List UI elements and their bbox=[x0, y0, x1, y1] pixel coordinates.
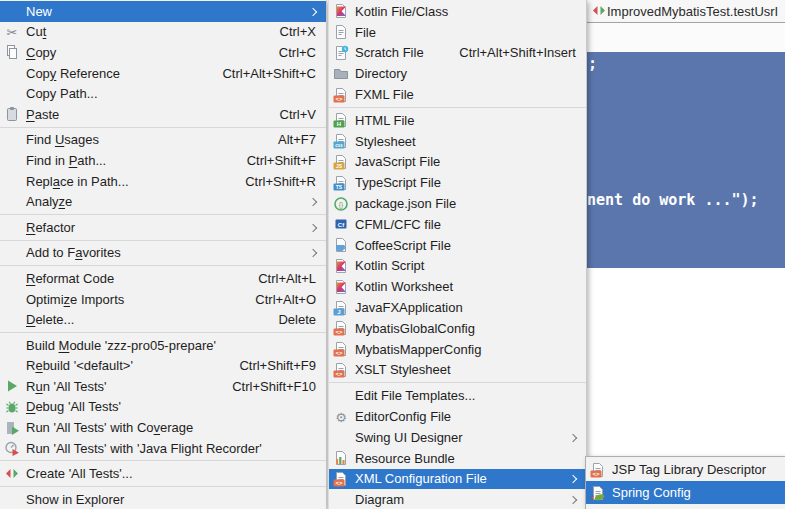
menu-item-xslt-stylesheet[interactable]: <>XSLT Stylesheet bbox=[329, 360, 586, 381]
menu-item-shortcut: Ctrl+Shift+F9 bbox=[239, 358, 316, 373]
menu-item-scratch-file[interactable]: Scratch FileCtrl+Alt+Shift+Insert bbox=[329, 43, 586, 64]
menu-item-label: JavaScript File bbox=[355, 154, 440, 169]
menu-item-copy[interactable]: CopyCtrl+C bbox=[0, 42, 326, 63]
icon-spacer bbox=[333, 492, 349, 508]
menu-item-javafxapplication[interactable]: JJavaFXApplication bbox=[329, 297, 586, 318]
menu-item-copy-reference[interactable]: Copy ReferenceCtrl+Alt+Shift+C bbox=[0, 63, 326, 84]
menu-item-shortcut: Ctrl+V bbox=[280, 107, 316, 122]
menu-separator bbox=[0, 127, 326, 128]
menu-item-label: Show in Explorer bbox=[26, 492, 124, 507]
xml-file-icon: <> bbox=[333, 471, 349, 487]
menu-item-coffeescript-file[interactable]: CoffeeScript File bbox=[329, 235, 586, 256]
menu-item-label: Swing UI Designer bbox=[355, 430, 463, 445]
coffeescript-file-icon bbox=[333, 237, 349, 253]
menu-item-resource-bundle[interactable]: Resource Bundle bbox=[329, 448, 586, 469]
folder-icon bbox=[333, 66, 349, 82]
menu-item-label: Run 'All Tests' bbox=[26, 379, 107, 394]
menu-item-label: Run 'All Tests' with 'Java Flight Record… bbox=[26, 441, 262, 456]
menu-item-directory[interactable]: Directory bbox=[329, 63, 586, 84]
menu-item-reformat-code[interactable]: Reformat CodeCtrl+Alt+L bbox=[0, 268, 326, 289]
scratch-file-icon bbox=[333, 45, 349, 61]
kotlin-file-icon bbox=[333, 279, 349, 295]
spring-file-icon: < bbox=[590, 485, 606, 501]
menu-item-javascript-file[interactable]: JSJavaScript File bbox=[329, 152, 586, 173]
menu-item-html-file[interactable]: HHTML File bbox=[329, 110, 586, 131]
menu-item-run-all-tests-with-java-flight-recorder[interactable]: Run 'All Tests' with 'Java Flight Record… bbox=[0, 438, 326, 459]
menu-item-label: Cut bbox=[26, 24, 46, 39]
json-file-icon: {} bbox=[333, 196, 349, 212]
submenu-arrow-icon bbox=[307, 198, 316, 205]
menu-item-find-usages[interactable]: Find UsagesAlt+F7 bbox=[0, 130, 326, 151]
menu-item-run-all-tests[interactable]: Run 'All Tests'Ctrl+Shift+F10 bbox=[0, 376, 326, 397]
menu-item-build-module-zzz-pro05-prepare[interactable]: Build Module 'zzz-pro05-prepare' bbox=[0, 335, 326, 356]
menu-item-delete[interactable]: Delete...Delete bbox=[0, 309, 326, 330]
menu-item-run-all-tests-with-coverage[interactable]: Run 'All Tests' with Coverage bbox=[0, 417, 326, 438]
svg-text:css: css bbox=[335, 143, 343, 148]
menu-item-show-in-explorer[interactable]: Show in Explorer bbox=[0, 489, 326, 509]
run-config-selector[interactable]: ImprovedMybatisTest.testUsrI bbox=[607, 4, 778, 19]
menu-item-mybatisglobalconfig[interactable]: <>MybatisGlobalConfig bbox=[329, 318, 586, 339]
menu-item-edit-file-templates[interactable]: Edit File Templates... bbox=[329, 385, 586, 406]
editor-header-strip bbox=[587, 23, 785, 52]
menu-item-analyze[interactable]: Analyze bbox=[0, 191, 326, 212]
menu-item-cut[interactable]: ✂CutCtrl+X bbox=[0, 22, 326, 43]
svg-text:{}: {} bbox=[339, 200, 344, 208]
menu-item-kotlin-worksheet[interactable]: Kotlin Worksheet bbox=[329, 276, 586, 297]
menu-item-typescript-file[interactable]: TSTypeScript File bbox=[329, 172, 586, 193]
menu-item-swing-ui-designer[interactable]: Swing UI Designer bbox=[329, 427, 586, 448]
menu-item-diagram[interactable]: Diagram bbox=[329, 489, 586, 509]
menu-item-fxml-file[interactable]: <>FXML File bbox=[329, 84, 586, 105]
menu-item-label: Copy bbox=[26, 45, 56, 60]
menu-item-label: Directory bbox=[355, 66, 407, 81]
menu-item-optimize-imports[interactable]: Optimize ImportsCtrl+Alt+O bbox=[0, 289, 326, 310]
menu-item-mybatismapperconfig[interactable]: <>MybatisMapperConfig bbox=[329, 339, 586, 360]
menu-item-paste[interactable]: PasteCtrl+V bbox=[0, 104, 326, 125]
html-file-icon: H bbox=[333, 112, 349, 128]
js-file-icon: JS bbox=[333, 154, 349, 170]
menu-item-label: JavaFXApplication bbox=[355, 300, 463, 315]
menu-item-create-all-tests[interactable]: Create 'All Tests'... bbox=[0, 463, 326, 484]
menu-item-label: Find Usages bbox=[26, 132, 99, 147]
menu-item-file[interactable]: File bbox=[329, 22, 586, 43]
menu-item-label: Replace in Path... bbox=[26, 174, 129, 189]
code-fragment: nent do work ..."); bbox=[587, 191, 759, 209]
editor-selected-code[interactable]: ; nent do work ..."); bbox=[587, 52, 785, 268]
menu-item-label: Edit File Templates... bbox=[355, 388, 475, 403]
menu-item-copy-path[interactable]: Copy Path... bbox=[0, 83, 326, 104]
menu-item-label: Kotlin Worksheet bbox=[355, 279, 453, 294]
menu-item-jsp-tag-library-descriptor[interactable]: <>JSP Tag Library Descriptor bbox=[586, 458, 785, 481]
menu-item-package-json-file[interactable]: {}package.json File bbox=[329, 193, 586, 214]
run-coverage-icon bbox=[4, 420, 20, 436]
menu-item-label: CoffeeScript File bbox=[355, 238, 451, 253]
submenu-arrow-icon bbox=[567, 434, 576, 441]
menu-item-editorconfig-file[interactable]: ⚙EditorConfig File bbox=[329, 406, 586, 427]
menu-item-find-in-path[interactable]: Find in Path...Ctrl+Shift+F bbox=[0, 150, 326, 171]
menu-item-kotlin-script[interactable]: Kotlin Script bbox=[329, 256, 586, 277]
menu-item-refactor[interactable]: Refactor bbox=[0, 217, 326, 238]
xml-file-icon: <> bbox=[333, 341, 349, 357]
menu-item-kotlin-file-class[interactable]: Kotlin File/Class bbox=[329, 1, 586, 22]
svg-text:JS: JS bbox=[336, 163, 343, 169]
svg-text:J: J bbox=[337, 309, 340, 315]
menu-item-label: FXML File bbox=[355, 87, 414, 102]
cfml-file-icon: Cf bbox=[333, 216, 349, 232]
svg-text:<>: <> bbox=[335, 371, 343, 377]
menu-item-stylesheet[interactable]: cssStylesheet bbox=[329, 131, 586, 152]
menu-item-rebuild-default[interactable]: Rebuild '<default>'Ctrl+Shift+F9 bbox=[0, 356, 326, 377]
icon-spacer bbox=[4, 491, 20, 507]
icon-spacer bbox=[4, 3, 20, 19]
menu-item-replace-in-path[interactable]: Replace in Path...Ctrl+Shift+R bbox=[0, 171, 326, 192]
menu-item-label: package.json File bbox=[355, 196, 456, 211]
context-menu: New✂CutCtrl+XCopyCtrl+CCopy ReferenceCtr… bbox=[0, 0, 327, 509]
menu-item-debug-all-tests[interactable]: Debug 'All Tests' bbox=[0, 397, 326, 418]
menu-item-spring-config[interactable]: <Spring Config bbox=[586, 481, 785, 504]
menu-item-xml-configuration-file[interactable]: <>XML Configuration File bbox=[329, 469, 586, 490]
menu-item-label: Rebuild '<default>' bbox=[26, 358, 133, 373]
menu-item-new[interactable]: New bbox=[0, 1, 326, 22]
svg-text:TS: TS bbox=[336, 184, 343, 190]
menu-item-label: Diagram bbox=[355, 492, 404, 507]
copy-icon bbox=[4, 44, 20, 60]
menu-item-add-to-favorites[interactable]: Add to Favorites bbox=[0, 243, 326, 264]
menu-item-shortcut: Ctrl+Alt+L bbox=[258, 271, 316, 286]
menu-item-cfml-cfc-file[interactable]: CfCFML/CFC file bbox=[329, 214, 586, 235]
